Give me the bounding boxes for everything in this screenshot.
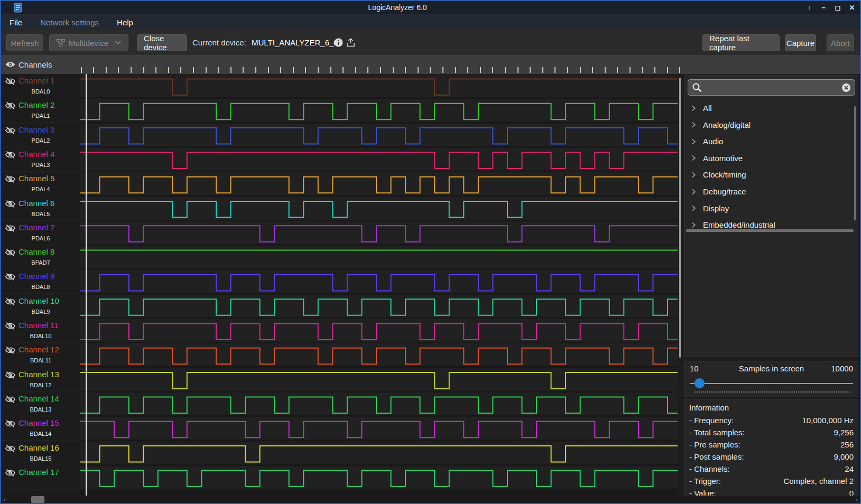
eye-off-icon[interactable] — [5, 175, 15, 183]
channel-name[interactable]: Channel 4 — [18, 150, 54, 158]
search-box[interactable] — [688, 79, 855, 96]
channel-name[interactable]: Channel 8 — [18, 247, 54, 256]
channel-name[interactable]: Channel 5 — [18, 174, 54, 183]
eye-off-icon[interactable] — [5, 444, 15, 453]
menu-file[interactable]: File — [7, 17, 24, 28]
chevron-right-icon[interactable] — [690, 155, 697, 161]
channel-row[interactable]: Channel 17 — [1, 465, 80, 490]
eye-off-icon[interactable] — [5, 297, 15, 306]
tree-item-all[interactable]: All — [688, 100, 847, 116]
channel-row[interactable]: Channel 7PDAL6 — [1, 221, 80, 245]
channel-name[interactable]: Channel 3 — [18, 125, 54, 134]
scroll-left-icon[interactable]: ‹ — [4, 496, 6, 503]
channel-row[interactable]: Channel 5PDAL4 — [1, 172, 80, 196]
channel-row[interactable]: Channel 4PDAL3 — [1, 147, 80, 172]
eye-off-icon[interactable] — [5, 77, 15, 86]
eye-icon[interactable] — [5, 60, 15, 69]
search-input[interactable] — [704, 81, 838, 95]
channel-name[interactable]: Channel 15 — [18, 418, 59, 427]
channel-row[interactable]: Channel 6BDAL5 — [1, 197, 80, 221]
eye-off-icon[interactable] — [5, 469, 15, 477]
channel-name[interactable]: Channel 6 — [18, 199, 54, 208]
eye-off-icon[interactable] — [5, 322, 15, 330]
device-info-icon[interactable] — [334, 38, 343, 47]
eye-off-icon[interactable] — [5, 126, 15, 135]
channel-row[interactable]: Channel 15BDAL14 — [1, 416, 80, 441]
samples-slider-track[interactable] — [690, 383, 853, 384]
maximize-button[interactable]: ◻ — [833, 3, 843, 13]
chevron-right-icon[interactable] — [690, 105, 697, 111]
waveform-area[interactable] — [80, 74, 678, 496]
channel-row[interactable]: Channel 9BDAL8 — [1, 269, 80, 294]
tree-vertical-scrollbar[interactable] — [854, 106, 856, 220]
eye-off-icon[interactable] — [5, 151, 15, 159]
channel-name[interactable]: Channel 13 — [18, 370, 59, 379]
channel-row[interactable]: Channel 8BPAD7 — [1, 245, 80, 269]
tree-item-automotive[interactable]: Automotive — [688, 150, 847, 166]
tree-item-analog-digital[interactable]: Analog/digital — [688, 117, 847, 133]
channel-row[interactable]: Channel 2PDAL1 — [1, 98, 80, 123]
channel-row[interactable]: Channel 12BDAL11 — [1, 343, 80, 367]
eye-off-icon[interactable] — [5, 346, 15, 354]
ruler-tick — [517, 67, 519, 73]
tree-item-label: Automotive — [703, 154, 743, 163]
chevron-right-icon[interactable] — [690, 172, 697, 178]
channel-name[interactable]: Channel 11 — [18, 321, 59, 330]
capture-button[interactable]: Capture — [785, 34, 816, 51]
minimize-button[interactable]: − — [819, 3, 828, 13]
channel-name[interactable]: Channel 10 — [18, 296, 59, 305]
channel-name[interactable]: Channel 7 — [18, 223, 54, 232]
channel-sub-label: BDAL5 — [12, 211, 70, 217]
channels-header: Channels — [1, 55, 860, 74]
tree-horizontal-scrollbar[interactable] — [686, 229, 854, 232]
channel-sub-label: PDAL6 — [12, 235, 70, 241]
chevron-right-icon[interactable] — [690, 122, 697, 128]
horizontal-scrollbar-thumb[interactable] — [31, 496, 44, 503]
tree-item-display[interactable]: Display — [688, 200, 847, 217]
eye-off-icon[interactable] — [5, 273, 15, 281]
channel-name[interactable]: Channel 1 — [18, 76, 54, 85]
eye-off-icon[interactable] — [5, 101, 15, 110]
eye-off-icon[interactable] — [5, 371, 15, 379]
menu-help[interactable]: Help — [115, 17, 135, 28]
refresh-button: Refresh — [6, 34, 43, 51]
clear-search-icon[interactable] — [842, 83, 850, 92]
title-bar: LogicAnalyzer 6.0 ↑−◻✕ — [1, 1, 860, 14]
raise-button[interactable]: ↑ — [804, 3, 814, 13]
tree-item-audio[interactable]: Audio — [688, 133, 847, 150]
chevron-right-icon[interactable] — [690, 138, 697, 145]
eye-off-icon[interactable] — [5, 395, 15, 404]
info-row: - Post samples:9,000 — [689, 451, 854, 463]
channel-row[interactable]: Channel 13BDAL12 — [1, 368, 80, 392]
channel-row[interactable]: Channel 3PDAL2 — [1, 123, 80, 147]
samples-slider-thumb[interactable] — [695, 378, 705, 388]
channel-sub-label: BPAD7 — [12, 259, 70, 266]
eye-off-icon[interactable] — [5, 419, 15, 428]
export-device-icon[interactable] — [346, 38, 355, 47]
channel-name[interactable]: Channel 12 — [18, 345, 59, 354]
channel-row[interactable]: Channel 10BDAL9 — [1, 294, 80, 319]
tree-item-debug-trace[interactable]: Debug/trace — [688, 183, 847, 200]
channel-row[interactable]: Channel 14BDAL13 — [1, 392, 80, 416]
channel-row[interactable]: Channel 16BDAL15 — [1, 441, 80, 465]
scroll-right-icon[interactable]: › — [856, 496, 858, 503]
tree-item-clock-timing[interactable]: Clock/timing — [688, 166, 847, 183]
channel-row[interactable]: Channel 11BDAL10 — [1, 319, 80, 343]
close-device-button[interactable]: Close device — [137, 34, 187, 51]
channel-sub-label: PDAL1 — [12, 113, 70, 119]
channel-name[interactable]: Channel 17 — [18, 468, 59, 477]
chevron-right-icon[interactable] — [690, 205, 697, 211]
channel-name[interactable]: Channel 2 — [18, 100, 54, 109]
channel-name[interactable]: Channel 14 — [18, 394, 59, 403]
chevron-right-icon[interactable] — [690, 189, 697, 195]
waveform-vertical-scrollbar[interactable] — [679, 78, 681, 358]
repeat-last-capture-button[interactable]: Repeat last capture — [702, 34, 780, 51]
close-button[interactable]: ✕ — [847, 3, 857, 13]
channel-row[interactable]: Channel 1BDAL0 — [1, 74, 80, 98]
chevron-right-icon[interactable] — [690, 222, 697, 228]
eye-off-icon[interactable] — [5, 224, 15, 232]
channel-name[interactable]: Channel 9 — [18, 272, 54, 281]
channel-name[interactable]: Channel 16 — [18, 443, 59, 452]
eye-off-icon[interactable] — [5, 200, 15, 208]
eye-off-icon[interactable] — [5, 248, 15, 257]
